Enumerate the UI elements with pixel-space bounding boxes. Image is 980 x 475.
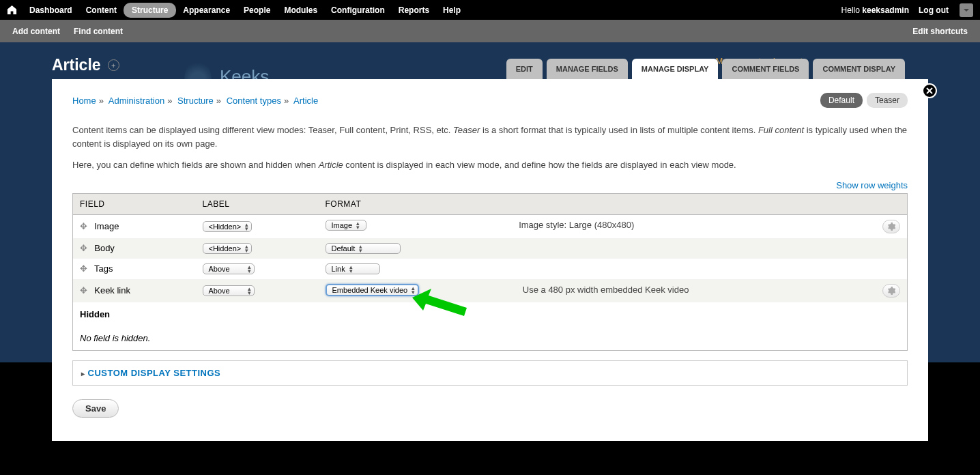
tab-comment-fields[interactable]: COMMENT FIELDS bbox=[722, 59, 809, 79]
menu-dashboard[interactable]: Dashboard bbox=[23, 1, 79, 19]
format-select[interactable]: Image▴▾ bbox=[326, 220, 366, 231]
table-row: ✥ Keek link Above▴▾ Embedded Keek video▴… bbox=[73, 279, 908, 302]
label-select[interactable]: Above▴▾ bbox=[203, 263, 255, 274]
shortcut-bar: Add content Find content Edit shortcuts bbox=[0, 20, 980, 42]
drag-handle-icon[interactable]: ✥ bbox=[80, 263, 89, 274]
drag-handle-icon[interactable]: ✥ bbox=[80, 243, 89, 253]
th-field: FIELD bbox=[73, 193, 196, 214]
tab-manage-display[interactable]: MANAGE DISPLAY bbox=[632, 59, 719, 79]
hidden-section-header: Hidden bbox=[73, 302, 908, 326]
sec-tab-teaser[interactable]: Teaser bbox=[867, 93, 908, 108]
secondary-tabs: Default Teaser bbox=[820, 93, 908, 108]
crumb-home[interactable]: Home bbox=[72, 96, 96, 106]
label-select[interactable]: <Hidden>▴▾ bbox=[203, 243, 253, 254]
settings-gear-button[interactable] bbox=[882, 284, 900, 298]
format-select[interactable]: Embedded Keek video▴▾ bbox=[326, 284, 420, 296]
admin-menu-bar: Dashboard Content Structure Appearance P… bbox=[0, 0, 980, 20]
crumb-article[interactable]: Article bbox=[293, 96, 318, 106]
tab-manage-fields[interactable]: MANAGE FIELDS bbox=[547, 59, 628, 79]
field-display-table: FIELD LABEL FORMAT ✥ Image <Hidden>▴▾ Im… bbox=[72, 193, 908, 351]
overlay-panel: Home» Administration» Structure» Content… bbox=[52, 79, 928, 441]
menu-modules[interactable]: Modules bbox=[277, 1, 324, 19]
label-select[interactable]: <Hidden>▴▾ bbox=[203, 221, 253, 232]
edit-shortcuts[interactable]: Edit shortcuts bbox=[912, 27, 968, 36]
format-select[interactable]: Default▴▾ bbox=[326, 243, 401, 254]
hello-user: Hello keeksadmin bbox=[841, 5, 909, 15]
format-summary: Image style: Large (480x480) bbox=[519, 220, 634, 230]
menu-help[interactable]: Help bbox=[436, 1, 467, 19]
menu-appearance[interactable]: Appearance bbox=[176, 1, 237, 19]
format-summary: Use a 480 px width embedded Keek video bbox=[523, 285, 689, 295]
page-title: Article bbox=[52, 56, 101, 74]
crumb-admin[interactable]: Administration bbox=[109, 96, 164, 106]
breadcrumb: Home» Administration» Structure» Content… bbox=[72, 96, 908, 106]
custom-display-settings[interactable]: ▸CUSTOM DISPLAY SETTINGS bbox=[72, 360, 908, 386]
drag-handle-icon[interactable]: ✥ bbox=[80, 285, 89, 296]
hidden-section-empty: No field is hidden. bbox=[73, 326, 908, 351]
shortcut-add-content[interactable]: Add content bbox=[12, 27, 60, 36]
menu-reports[interactable]: Reports bbox=[392, 1, 436, 19]
th-format: FORMAT bbox=[319, 193, 908, 214]
drag-handle-icon[interactable]: ✥ bbox=[80, 221, 89, 231]
show-row-weights-link[interactable]: Show row weights bbox=[836, 180, 908, 190]
th-label: LABEL bbox=[196, 193, 319, 214]
menu-content[interactable]: Content bbox=[79, 1, 124, 19]
sec-tab-default[interactable]: Default bbox=[820, 93, 863, 108]
crumb-content-types[interactable]: Content types bbox=[227, 96, 281, 106]
menu-configuration[interactable]: Configuration bbox=[324, 1, 392, 19]
home-icon[interactable] bbox=[7, 5, 17, 15]
add-shortcut-icon[interactable]: + bbox=[108, 59, 119, 71]
field-name: Tags bbox=[94, 263, 113, 274]
tab-edit[interactable]: EDIT bbox=[506, 59, 543, 79]
description: Content items can be displayed using dif… bbox=[72, 124, 908, 172]
menu-people[interactable]: People bbox=[237, 1, 277, 19]
primary-tabs: EDIT MANAGE FIELDS MANAGE DISPLAY COMMEN… bbox=[506, 59, 905, 79]
admin-logout[interactable]: Log out bbox=[919, 5, 949, 15]
field-name: Body bbox=[94, 243, 115, 253]
menu-structure[interactable]: Structure bbox=[124, 3, 176, 18]
format-select[interactable]: Link▴▾ bbox=[326, 263, 380, 274]
tab-comment-display[interactable]: COMMENT DISPLAY bbox=[813, 59, 905, 79]
label-select[interactable]: Above▴▾ bbox=[203, 285, 255, 296]
close-overlay-button[interactable] bbox=[922, 83, 937, 98]
field-name: Image bbox=[94, 221, 119, 231]
table-row: ✥ Image <Hidden>▴▾ Image▴▾ Image style: … bbox=[73, 214, 908, 238]
save-button[interactable]: Save bbox=[72, 399, 119, 418]
shortcut-toggle[interactable] bbox=[960, 3, 973, 17]
table-row: ✥ Tags Above▴▾ Link▴▾ bbox=[73, 259, 908, 279]
collapse-triangle-icon: ▸ bbox=[81, 370, 85, 377]
table-row: ✥ Body <Hidden>▴▾ Default▴▾ bbox=[73, 238, 908, 259]
shortcut-find-content[interactable]: Find content bbox=[74, 27, 123, 36]
field-name: Keek link bbox=[94, 285, 130, 296]
settings-gear-button[interactable] bbox=[882, 220, 900, 233]
crumb-structure[interactable]: Structure bbox=[177, 96, 214, 106]
